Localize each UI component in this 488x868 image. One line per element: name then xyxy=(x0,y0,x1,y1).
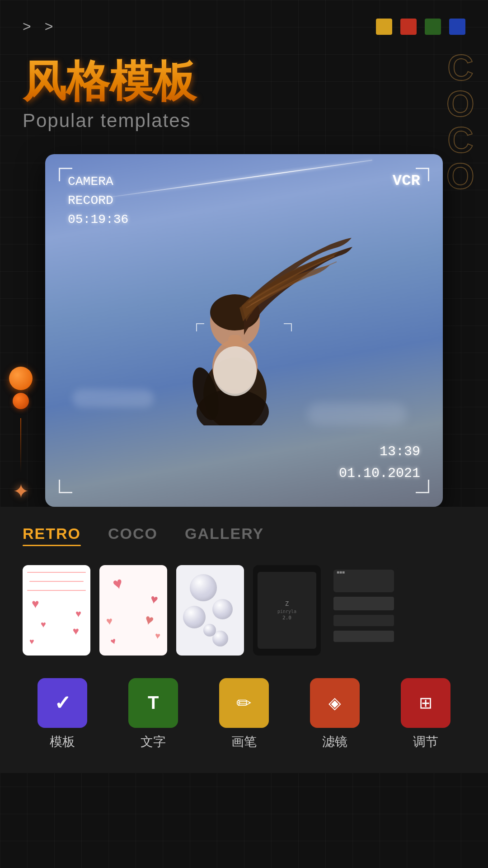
tool-icon-moban: ✓ xyxy=(38,678,87,728)
tool-huabi[interactable]: ✏ 画笔 xyxy=(204,678,284,750)
tool-label-tiaojie: 调节 xyxy=(413,733,438,750)
tool-icon-tiaojie: ⊞ xyxy=(401,678,450,728)
orange-circle-small xyxy=(13,393,29,409)
check-icon: ✓ xyxy=(54,691,71,714)
girl-figure xyxy=(131,177,357,425)
thumbnails-row: ♥ ♥ ♥ ♥ ♥ ♥ ♥ ♥ ♥ ♥ ♥ xyxy=(23,556,465,669)
tool-label-lvjing: 滤镜 xyxy=(322,733,347,750)
color-dot-red[interactable] xyxy=(400,19,417,35)
tool-lvjing[interactable]: ◈ 滤镜 xyxy=(295,678,375,750)
coco-letter-c2: C xyxy=(447,122,474,158)
preview-card: CAMERARECORD05:19:36 VCR 13:3901.10.2021 xyxy=(45,154,443,507)
star-icon: ✦ xyxy=(13,481,29,501)
tool-tiaojie[interactable]: ⊞ 调节 xyxy=(385,678,465,750)
color-dot-green[interactable] xyxy=(425,19,441,35)
photo-background xyxy=(45,154,443,507)
cloud-1 xyxy=(72,389,154,407)
tool-label-huabi: 画笔 xyxy=(231,733,257,750)
orange-circles xyxy=(9,367,33,409)
coco-letter-c1: C xyxy=(447,50,474,86)
coco-letter-o1: O xyxy=(446,86,474,122)
bottom-toolbar: ✓ 模板 T 文字 ✏ 画笔 ◈ 滤镜 ⊞ xyxy=(0,669,488,773)
nav-arrow-2[interactable]: > xyxy=(45,18,53,35)
title-section: 风格模板 Popular templates xyxy=(0,35,488,132)
brush-icon: ✏ xyxy=(236,693,252,713)
tool-label-moban: 模板 xyxy=(50,733,75,750)
filter-icon: ◈ xyxy=(328,693,341,712)
tool-wenzi[interactable]: T 文字 xyxy=(113,678,193,750)
coco-watermark: C O C O xyxy=(446,50,474,194)
adjust-icon: ⊞ xyxy=(419,693,432,712)
tool-icon-lvjing: ◈ xyxy=(310,678,360,728)
template-thumb-3[interactable] xyxy=(176,565,244,656)
tabs-section: RETRO COCO GALLERY ♥ ♥ ♥ ♥ ♥ xyxy=(0,507,488,669)
title-en: Popular templates xyxy=(23,110,465,132)
color-dot-yellow[interactable] xyxy=(376,19,392,35)
tool-label-wenzi: 文字 xyxy=(141,733,166,750)
header-nav: > > xyxy=(0,0,488,35)
template-thumb-2[interactable]: ♥ ♥ ♥ ♥ ♥ ♥ xyxy=(99,565,167,656)
cloud-2 xyxy=(307,403,407,425)
title-zh: 风格模板 xyxy=(23,57,465,105)
template-thumb-4[interactable]: Z pinryla 2.0 xyxy=(253,565,321,656)
text-icon: T xyxy=(148,693,159,713)
tool-moban[interactable]: ✓ 模板 xyxy=(23,678,103,750)
color-dot-blue[interactable] xyxy=(449,19,465,35)
tab-retro[interactable]: RETRO xyxy=(23,525,81,542)
tool-icon-wenzi: T xyxy=(128,678,178,728)
tabs-row: RETRO COCO GALLERY xyxy=(23,507,465,556)
template-thumb-1[interactable]: ♥ ♥ ♥ ♥ ♥ xyxy=(23,565,90,656)
svg-point-7 xyxy=(213,346,257,396)
orange-circle-big xyxy=(9,367,33,390)
color-dots xyxy=(376,19,465,35)
tab-coco[interactable]: COCO xyxy=(108,525,158,542)
tab-gallery[interactable]: GALLERY xyxy=(185,525,264,542)
vertical-line xyxy=(20,418,21,472)
nav-arrow-1[interactable]: > xyxy=(23,18,31,35)
template-thumb-5[interactable]: ■■■ xyxy=(330,565,398,656)
tool-icon-huabi: ✏ xyxy=(219,678,269,728)
left-decoration: ✦ xyxy=(9,367,33,501)
coco-letter-o2: O xyxy=(446,158,474,194)
nav-arrows: > > xyxy=(23,18,53,35)
